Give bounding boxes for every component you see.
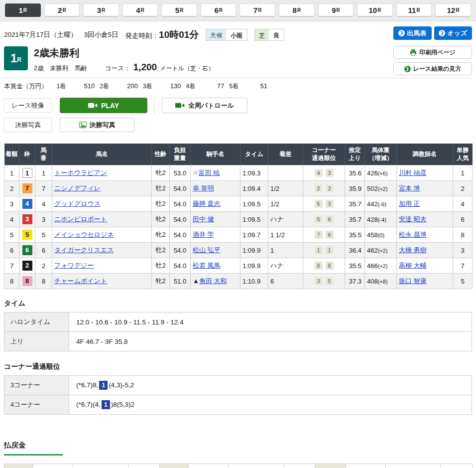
- entry-table-button[interactable]: ❯ 出馬表: [393, 26, 432, 40]
- horse-name-link[interactable]: トーホウラビアン: [54, 169, 107, 176]
- weight-carried: 54.0: [170, 258, 191, 274]
- tab-race-7[interactable]: 7R: [239, 3, 275, 17]
- horse-name-link[interactable]: メイショウセロジネ: [54, 231, 114, 238]
- corner4-order: (*6,7)(4,1)8(5,3)2: [69, 395, 472, 415]
- body-weight-diff: (+2): [378, 248, 388, 254]
- finish-position: 6: [4, 243, 19, 258]
- jockey-link[interactable]: 角田 大和: [199, 277, 227, 285]
- jockey-link[interactable]: 松山 弘平: [193, 246, 221, 254]
- jockey-link[interactable]: 田中 健: [193, 215, 214, 223]
- odds-button[interactable]: ❯ オッズ: [434, 26, 473, 40]
- col-frame: 枠: [19, 144, 35, 165]
- corner-section-title: コーナー通過順位: [4, 362, 472, 371]
- horse-number: 5: [35, 227, 52, 243]
- result-row: 4 3 3 ニホンピロポート 牝2 54.0 田中 健 1:09.5 ハナ 56…: [4, 212, 473, 227]
- jockey-mark: ▲: [193, 277, 199, 285]
- body-weight-diff: (-4): [378, 217, 386, 223]
- sex-age: 牝2: [152, 227, 170, 243]
- video-camera-icon: [88, 102, 98, 109]
- trainer-link[interactable]: 大橋 勇樹: [399, 246, 427, 254]
- col-body-weight: 馬体重 （増減）: [365, 144, 397, 165]
- jockey-link[interactable]: 藤懸 貴志: [193, 200, 221, 207]
- win-popularity: 5: [453, 274, 473, 289]
- horse-name-link[interactable]: フォワデジー: [54, 262, 94, 269]
- win-popularity: 7: [453, 258, 473, 274]
- print-page-button[interactable]: 印刷用ページ: [393, 46, 472, 59]
- tab-race-8[interactable]: 8R: [279, 3, 315, 17]
- tab-race-4[interactable]: 4R: [122, 3, 158, 17]
- trainer-link[interactable]: 坂口 智康: [399, 277, 427, 285]
- weight-carried: 54.0: [170, 212, 191, 227]
- col-corner-order: コーナー 通過順位: [303, 144, 345, 165]
- corner-position: 2: [315, 184, 323, 192]
- body-weight: 426: [367, 169, 378, 177]
- race-header: 2021年7月17日（土曜） 3回小倉5日 発走時刻：10時01分 天候 小雨 …: [4, 21, 472, 96]
- win-popularity: 4: [453, 196, 473, 212]
- col-horse-name: 馬名: [52, 144, 152, 165]
- jockey-link[interactable]: 酒井 学: [193, 231, 214, 238]
- horse-number: 8: [35, 274, 52, 289]
- body-weight-diff: (+2): [378, 186, 388, 192]
- tab-race-5[interactable]: 5R: [161, 3, 197, 17]
- tab-race-12[interactable]: 12R: [435, 3, 471, 17]
- patrol-video-button[interactable]: 全周パトロール: [162, 98, 247, 113]
- tab-race-3[interactable]: 3R: [83, 3, 119, 17]
- win-popularity: 6: [453, 212, 473, 227]
- trainer-link[interactable]: 松永 昌博: [399, 231, 427, 238]
- body-weight: 408: [367, 278, 378, 285]
- race-number-badge: 1R: [4, 46, 28, 70]
- horse-number: 6: [35, 243, 52, 258]
- estimated-agari: 37.3: [345, 274, 365, 289]
- how-to-read-button[interactable]: ❯ レース結果の見方: [393, 62, 472, 75]
- trainer-link[interactable]: 安達 昭夫: [399, 215, 427, 223]
- col-sex-age: 性齢: [152, 144, 170, 165]
- estimated-agari: 35.5: [345, 258, 365, 274]
- horse-name-link[interactable]: グッドグロウス: [54, 200, 101, 207]
- win-popularity: 8: [453, 227, 473, 243]
- finish-position: 1: [4, 165, 19, 181]
- horse-number: 2: [35, 258, 52, 274]
- tab-race-2[interactable]: 2R: [44, 3, 80, 17]
- jockey-link[interactable]: 松若 風馬: [193, 262, 221, 269]
- tab-race-9[interactable]: 9R: [318, 3, 354, 17]
- estimated-agari: 35.7: [345, 212, 365, 227]
- tab-race-6[interactable]: 6R: [201, 3, 237, 17]
- trainer-link[interactable]: 宮本 博: [399, 184, 420, 192]
- course-label: コース：: [105, 64, 130, 73]
- tab-race-11[interactable]: 11R: [396, 3, 432, 17]
- race-date: 2021年7月17日（土曜） 3回小倉5日: [4, 30, 119, 39]
- horse-name-link[interactable]: ニシノデフィレ: [54, 184, 101, 192]
- play-button[interactable]: PLAY: [60, 98, 147, 113]
- jockey-link[interactable]: 富田 暁: [199, 169, 220, 176]
- horse-name-link[interactable]: チャームポイント: [54, 277, 107, 285]
- trainer-link[interactable]: 川村 禎彦: [399, 169, 427, 176]
- finish-time: 1:09.3: [240, 165, 268, 181]
- finish-photo-button[interactable]: 決勝写真: [60, 118, 134, 132]
- race-conditions: 2歳 未勝利 馬齢: [34, 64, 87, 73]
- jockey-link[interactable]: 幸 英明: [193, 184, 214, 192]
- horse-name-link[interactable]: ニホンピロポート: [54, 215, 107, 223]
- corner-position: 5: [315, 200, 323, 208]
- trainer-link[interactable]: 加用 正: [399, 200, 420, 207]
- finish-position: 5: [4, 227, 19, 243]
- finish-time: 1:09.5: [240, 212, 268, 227]
- win-popularity: 2: [453, 181, 473, 196]
- payout-combo: [189, 464, 229, 468]
- tab-race-1[interactable]: 1R: [5, 3, 41, 17]
- corner-position: 6: [326, 215, 334, 223]
- col-estimated-agari: 推定 上り: [345, 144, 365, 165]
- margin: 6: [268, 274, 303, 289]
- body-weight: 458: [367, 231, 378, 239]
- trainer-link[interactable]: 高柳 大輔: [399, 262, 427, 269]
- result-row: 6 6 6 タイガークリスエス 牡2 54.0 松山 弘平 1:09.9 1 1…: [4, 243, 473, 258]
- frame-number: 4: [22, 199, 32, 209]
- horse-name-link[interactable]: タイガークリスエス: [54, 246, 114, 254]
- horse-number: 1: [35, 165, 52, 181]
- course-distance: 1,200: [133, 62, 157, 73]
- corner4-label: 4コーナー: [4, 395, 69, 415]
- tab-race-10[interactable]: 10R: [357, 3, 393, 17]
- corner-position: 5: [326, 277, 334, 285]
- body-weight: 462: [367, 247, 378, 254]
- finish-time: 1:09.5: [240, 196, 268, 212]
- win-popularity: 1: [453, 165, 473, 181]
